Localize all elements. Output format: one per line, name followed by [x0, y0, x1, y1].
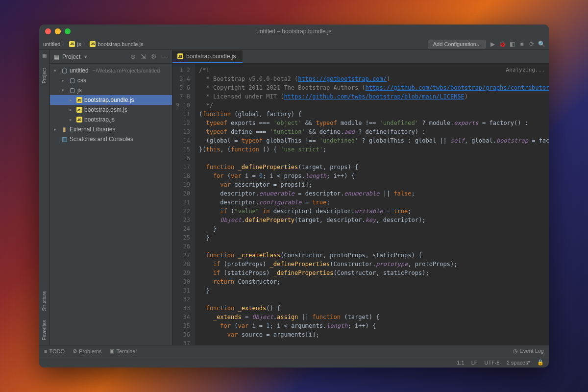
tree-file-bootstrap-esm[interactable]: ▸ JS bootstrap.esm.js [50, 105, 172, 115]
bottom-tool-bar: ≡ TODO ⊘ Problems ▣ Terminal ◷ Event Log [39, 345, 549, 357]
tree-project-root[interactable]: ▾ ▢ untitled ~/WebstormProjects/untitled [50, 66, 172, 75]
tree-label: bootstrap.js [84, 116, 115, 123]
project-toolwindow-label[interactable]: Project [42, 68, 47, 83]
project-tree[interactable]: ▾ ▢ untitled ~/WebstormProjects/untitled… [50, 64, 172, 345]
chevron-right-icon: 〉 [62, 41, 67, 48]
tree-label: css [77, 77, 86, 84]
caret-position[interactable]: 1:1 [457, 360, 464, 366]
minimize-window-icon[interactable] [55, 28, 61, 34]
tree-label: bootstrap.esm.js [84, 106, 127, 113]
project-panel-title[interactable]: Project [62, 53, 80, 60]
stop-icon[interactable]: ■ [518, 41, 525, 48]
chevron-right-icon[interactable]: ▸ [70, 98, 74, 102]
project-dropdown-icon[interactable]: ▦ [54, 53, 59, 60]
code-editor[interactable]: Analyzing... 1 2 3 4 5 6 7 8 9 10 11 12 … [172, 64, 549, 345]
coverage-icon[interactable]: ◧ [509, 41, 515, 48]
line-separator[interactable]: LF [471, 360, 478, 366]
todo-toolwindow-button[interactable]: ≡ TODO [44, 348, 65, 354]
project-toolwindow-icon[interactable]: ▦ [42, 53, 47, 58]
code-content[interactable]: /*! * Bootstrap v5.0.0-beta2 (https://ge… [195, 64, 549, 345]
tree-label: untitled [70, 67, 89, 74]
breadcrumb-folder[interactable]: js [77, 41, 81, 47]
navigation-bar: untitled 〉 JS js 〉 JS bootstrap.bundle.j… [39, 38, 549, 50]
chevron-right-icon[interactable]: ▸ [62, 78, 67, 83]
tree-scratches[interactable]: ▥ Scratches and Consoles [50, 134, 172, 144]
chevron-down-icon[interactable]: ▾ [62, 88, 67, 93]
chevron-right-icon[interactable]: ▸ [70, 117, 74, 122]
main-area: ▦ Project Structure Favorites ▦ Project … [39, 50, 549, 345]
line-number-gutter: 1 2 3 4 5 6 7 8 9 10 11 12 13 14 15 16 1… [172, 64, 195, 345]
toolbar-right: Add Configuration... ▶ 🐞 ◧ ■ ⟳ 🔍 [428, 40, 545, 49]
maximize-window-icon[interactable] [65, 28, 71, 34]
titlebar: untitled – bootstrap.bundle.js [39, 24, 549, 38]
js-file-icon: JS [90, 41, 96, 47]
locate-icon[interactable]: ⊕ [130, 53, 136, 60]
indent-setting[interactable]: 2 spaces* [507, 360, 530, 366]
lock-icon[interactable]: 🔒 [537, 359, 544, 366]
window-controls [39, 28, 71, 34]
structure-toolwindow-label[interactable]: Structure [42, 291, 47, 311]
js-file-icon: JS [76, 107, 82, 113]
project-panel: ▦ Project ▼ ⊕ ⇲ ⚙ — ▾ ▢ untitled ~/Webst… [50, 50, 172, 345]
editor-area: JS bootstrap.bundle.js Analyzing... 1 2 … [172, 50, 549, 345]
tree-folder-js[interactable]: ▾ ▢ js [50, 85, 172, 95]
folder-icon: ▢ [69, 77, 75, 84]
expand-all-icon[interactable]: ⇲ [141, 53, 146, 60]
file-encoding[interactable]: UTF-8 [485, 360, 500, 366]
gear-icon[interactable]: ⚙ [151, 53, 157, 60]
js-file-icon: JS [76, 117, 82, 122]
analyzing-indicator: Analyzing... [506, 66, 545, 74]
project-panel-header: ▦ Project ▼ ⊕ ⇲ ⚙ — [50, 50, 172, 64]
ide-window: untitled – bootstrap.bundle.js untitled … [39, 24, 549, 368]
close-window-icon[interactable] [45, 28, 51, 34]
tree-file-bootstrap-js[interactable]: ▸ JS bootstrap.js [50, 115, 172, 124]
hide-panel-icon[interactable]: — [162, 53, 168, 60]
chevron-right-icon[interactable]: ▸ [54, 127, 59, 132]
tab-label: bootstrap.bundle.js [186, 53, 236, 60]
scratch-icon: ▥ [61, 136, 68, 143]
library-icon: ▮ [61, 126, 68, 133]
update-icon[interactable]: ⟳ [528, 41, 535, 48]
tree-label: bootstrap.bundle.js [84, 97, 134, 103]
tab-bootstrap-bundle[interactable]: JS bootstrap.bundle.js [172, 50, 243, 63]
event-log-button[interactable]: ◷ Event Log [513, 348, 544, 354]
chevron-right-icon[interactable]: ▸ [70, 107, 74, 112]
terminal-toolwindow-button[interactable]: ▣ Terminal [109, 348, 137, 354]
tree-external-libraries[interactable]: ▸ ▮ External Libraries [50, 124, 172, 134]
js-file-icon: JS [69, 41, 75, 47]
folder-icon: ▢ [69, 87, 75, 94]
problems-toolwindow-button[interactable]: ⊘ Problems [73, 348, 101, 354]
breadcrumb-project[interactable]: untitled [43, 41, 60, 47]
tree-label: External Libraries [70, 126, 115, 133]
tree-label: Scratches and Consoles [70, 136, 133, 143]
tree-label: js [77, 87, 82, 94]
tree-file-bootstrap-bundle[interactable]: ▸ JS bootstrap.bundle.js [50, 95, 172, 105]
folder-icon: ▢ [61, 67, 68, 74]
favorites-toolwindow-label[interactable]: Favorites [42, 320, 47, 340]
debug-icon[interactable]: 🐞 [499, 41, 506, 48]
js-file-icon: JS [76, 97, 82, 103]
js-file-icon: JS [177, 53, 183, 59]
run-icon[interactable]: ▶ [489, 41, 496, 48]
chevron-down-icon[interactable]: ▾ [54, 68, 59, 73]
left-tool-strip: ▦ Project Structure Favorites [39, 50, 50, 345]
tree-path-hint: ~/WebstormProjects/untitled [93, 68, 160, 74]
window-title: untitled – bootstrap.bundle.js [39, 28, 549, 35]
add-configuration-button[interactable]: Add Configuration... [428, 40, 486, 49]
tab-bar: JS bootstrap.bundle.js [172, 50, 549, 64]
search-everywhere-icon[interactable]: 🔍 [538, 41, 545, 48]
chevron-down-icon[interactable]: ▼ [83, 54, 88, 59]
chevron-right-icon: 〉 [83, 41, 88, 48]
breadcrumb: untitled 〉 JS js 〉 JS bootstrap.bundle.j… [43, 41, 143, 48]
breadcrumb-file[interactable]: bootstrap.bundle.js [98, 41, 143, 47]
status-bar: 1:1 LF UTF-8 2 spaces* 🔒 [39, 357, 549, 368]
tree-folder-css[interactable]: ▸ ▢ css [50, 75, 172, 85]
